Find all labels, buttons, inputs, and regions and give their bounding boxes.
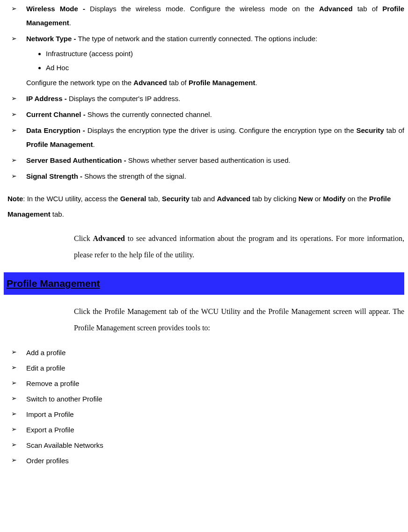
note-mid3: tab by clicking xyxy=(250,195,299,203)
serif1-pre: Click xyxy=(74,234,93,242)
term: Signal Strength - xyxy=(26,172,84,180)
section-heading-profile-management: Profile Management xyxy=(4,272,404,295)
note-b5: Modify xyxy=(323,195,345,203)
item-current-channel: Current Channel - Shows the currently co… xyxy=(16,108,404,122)
note-mid4: or xyxy=(313,195,323,203)
b2: Profile Management xyxy=(26,140,93,148)
note-mid2: tab and xyxy=(189,195,217,203)
desc: Displays the computer's IP address. xyxy=(69,95,181,102)
item-data-encryption: Data Encryption - Displays the encryptio… xyxy=(16,124,404,152)
item-ip-address: IP Address - Displays the computer's IP … xyxy=(16,92,404,106)
note-b2: Security xyxy=(162,195,189,203)
note-tail: . xyxy=(255,79,257,87)
desc: Displays the wireless mode. Configure th… xyxy=(90,5,319,13)
note-label: Note xyxy=(7,195,23,203)
serif1-b1: Advanced xyxy=(93,234,124,242)
note-block: Note: In the WCU utility, access the Gen… xyxy=(7,191,401,222)
desc: Shows the strength of the signal. xyxy=(84,172,186,180)
tool-add: Add a profile xyxy=(16,345,404,360)
tool-remove: Remove a profile xyxy=(16,376,404,391)
note-b1: Advanced xyxy=(133,79,167,87)
item-signal-strength: Signal Strength - Shows the strength of … xyxy=(16,169,404,183)
profile-management-tools-list: Add a profile Edit a profile Remove a pr… xyxy=(4,345,404,468)
network-type-options: Infrastructure (access point) Ad Hoc xyxy=(26,47,404,75)
note-b1: General xyxy=(120,195,146,203)
tool-export: Export a Profile xyxy=(16,422,404,437)
item-network-type: Network Type - The type of network and t… xyxy=(16,32,404,90)
tool-edit: Edit a profile xyxy=(16,360,404,376)
term: IP Address - xyxy=(26,95,69,102)
term: Data Encryption - xyxy=(26,126,87,134)
item-server-auth: Server Based Authentication - Shows whet… xyxy=(16,153,404,168)
desc: The type of network and the station curr… xyxy=(78,35,318,43)
desc: Shows whether server based authenticatio… xyxy=(128,156,291,164)
b1: Security xyxy=(357,126,384,134)
note-pre: : In the WCU utility, access the xyxy=(23,195,120,203)
network-type-note: Configure the network type on the Advanc… xyxy=(26,76,404,90)
tail: . xyxy=(93,140,95,148)
term: Wireless Mode - xyxy=(26,5,90,13)
note-pre: Configure the network type on the xyxy=(26,79,133,87)
desc: Shows the currently connected channel. xyxy=(87,110,212,118)
note-mid5: on the xyxy=(346,195,369,203)
definition-list: Wireless Mode - Displays the wireless mo… xyxy=(4,2,404,183)
term: Server Based Authentication - xyxy=(26,156,128,164)
term: Current Channel - xyxy=(26,110,87,118)
note-b4: New xyxy=(299,195,313,203)
note-mid: tab of xyxy=(167,79,189,87)
advanced-paragraph: Click Advanced to see advanced informati… xyxy=(74,230,404,263)
mid: tab of xyxy=(353,5,383,13)
profile-management-paragraph: Click the Profile Management tab of the … xyxy=(74,303,404,336)
tool-import: Import a Profile xyxy=(16,407,404,422)
item-wireless-mode: Wireless Mode - Displays the wireless mo… xyxy=(16,2,404,30)
tool-order: Order profiles xyxy=(16,453,404,468)
tail: . xyxy=(69,19,71,27)
option-adhoc: Ad Hoc xyxy=(46,61,404,75)
term: Network Type - xyxy=(26,35,78,43)
desc: Displays the encryption type the driver … xyxy=(87,126,357,134)
option-infrastructure: Infrastructure (access point) xyxy=(46,47,404,61)
tool-scan: Scan Available Networks xyxy=(16,437,404,453)
mid: tab of xyxy=(384,126,404,134)
note-mid1: tab, xyxy=(146,195,162,203)
note-tail: tab. xyxy=(51,210,64,218)
b1: Advanced xyxy=(319,5,353,13)
note-b3: Advanced xyxy=(217,195,250,203)
note-b2: Profile Management xyxy=(189,79,255,87)
tool-switch: Switch to another Profile xyxy=(16,391,404,407)
